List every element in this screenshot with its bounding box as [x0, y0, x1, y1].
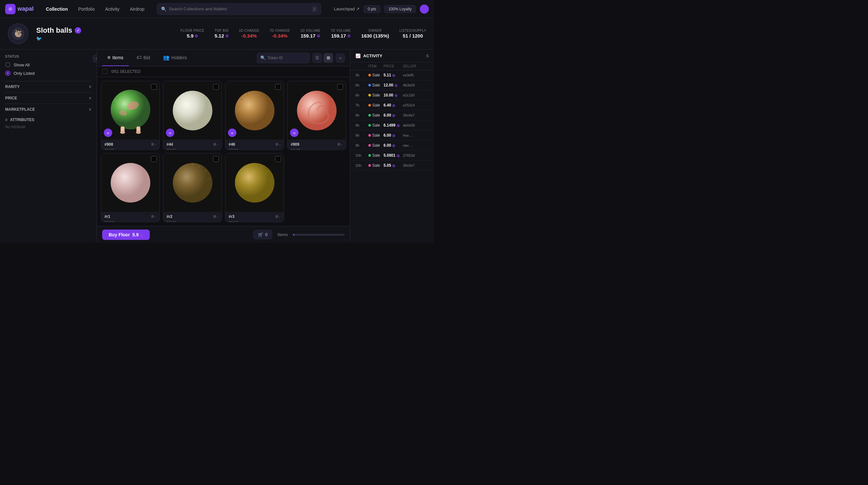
sidebar-collapse-button[interactable]: «	[93, 55, 97, 62]
stat-label-1dvol: 1D VOLUME	[300, 29, 320, 32]
activity-seller: 27653d	[403, 153, 429, 158]
item-checkbox-r3[interactable]	[275, 156, 281, 162]
activity-price: 10.00◎	[383, 93, 403, 97]
item-checkbox-r1[interactable]	[151, 156, 157, 162]
marketplace-icon-908: W	[104, 129, 112, 137]
item-card-46[interactable]: W #46 R - PRICE 8.70 ◎	[225, 81, 284, 150]
stat-7d-change: 7D CHANGE -0.34%	[270, 29, 290, 38]
activity-time: 9h	[355, 123, 368, 127]
item-card-r3[interactable]: #r3 R - PRICE 9.30 ◎ ···	[225, 153, 284, 222]
price-label: PRICE	[5, 96, 17, 101]
svg-text:W: W	[107, 132, 109, 135]
sol-icon-7dvol: ◎	[347, 34, 350, 38]
token-id-search[interactable]: 🔍	[257, 53, 310, 63]
activity-seller: 39c0e7	[403, 164, 429, 167]
stat-label-7dvol: 7D VOLUME	[331, 29, 351, 32]
avatar[interactable]	[420, 4, 429, 13]
nav-collection[interactable]: Collection	[41, 4, 72, 13]
nav-portfolio[interactable]: Portfolio	[74, 4, 99, 13]
main-content: ≡ Items 🏷 Bid 👥 Holders 🔍 ☰ ⊞ »	[97, 50, 350, 242]
stat-label-bid: TOP BID	[215, 29, 229, 32]
item-card-908[interactable]: W #908 R - PRICE 7.90 ◎	[101, 81, 160, 150]
activity-type: Sale	[368, 143, 383, 148]
cart-button[interactable]: 🛒 0	[253, 230, 272, 239]
bid-tab-icon: 🏷	[136, 55, 142, 61]
stat-1d-volume: 1D VOLUME 159.17 ◎	[300, 29, 320, 38]
svg-point-14	[120, 131, 125, 134]
status-radio-group: Show All Only Listed	[5, 62, 92, 76]
item-checkbox-909[interactable]	[337, 84, 343, 90]
item-top-row-46: #46 R -	[229, 142, 280, 147]
item-checkbox-44[interactable]	[213, 84, 219, 90]
token-id-input[interactable]	[268, 56, 306, 60]
item-rarity-r3: R -	[276, 215, 280, 219]
tab-items[interactable]: ≡ Items	[102, 50, 129, 66]
pts-badge[interactable]: 0 pts	[364, 5, 380, 13]
cart-count: 0	[265, 232, 268, 237]
col-header-time	[355, 64, 368, 68]
radio-show-all[interactable]: Show All	[5, 62, 92, 67]
activity-price: 5.11◎	[383, 73, 403, 77]
activity-price: 6.00◎	[383, 113, 403, 117]
item-info-44: #44 R - PRICE 8.70 ◎ ···	[163, 140, 221, 150]
item-card-44[interactable]: W #44 R - PRICE 8.70 ◎	[163, 81, 222, 150]
activity-header: 📈 ACTIVITY S	[350, 50, 434, 62]
expand-button[interactable]: »	[336, 53, 345, 62]
item-checkbox-908[interactable]	[151, 84, 157, 90]
stat-value-floor: 5.9 ◎	[187, 33, 198, 38]
select-all-checkbox[interactable]	[102, 69, 107, 74]
marketplace-filter[interactable]: MARKETPLACE ∨	[5, 104, 92, 115]
stat-top-bid: TOP BID 5.12 ◎	[215, 29, 229, 38]
launchpad-button[interactable]: Launchpad ↗	[334, 6, 360, 11]
loyalty-badge[interactable]: 100% Loyalty	[384, 5, 416, 13]
activity-row: 9h Sale 6.1499◎ de6d39	[350, 120, 434, 131]
tab-holders[interactable]: 👥 Holders	[158, 50, 192, 66]
price-filter[interactable]: PRICE ∨	[5, 92, 92, 104]
search-bar[interactable]: 🔍 /	[157, 3, 321, 15]
launchpad-label: Launchpad	[334, 6, 355, 11]
buy-floor-button[interactable]: Buy Floor 5.9 ◎	[102, 230, 150, 240]
activity-row: 10h Sale 5.05◎ 39c0e7	[350, 161, 434, 171]
no-attribute-text: No Attribute	[5, 125, 92, 129]
items-slider[interactable]	[293, 234, 345, 236]
logo[interactable]: wapal	[5, 4, 34, 14]
rarity-filter[interactable]: RARITY ∨	[5, 81, 92, 92]
cart-icon: 🛒	[258, 232, 263, 237]
twitter-icon[interactable]: 🐦	[36, 36, 81, 41]
item-id-908: #908	[104, 142, 113, 147]
activity-time: 9h	[355, 133, 368, 137]
external-link-icon: ↗	[356, 6, 360, 11]
nav-airdrop[interactable]: Airdrop	[125, 4, 149, 13]
nav-activity[interactable]: Activity	[100, 4, 124, 13]
svg-point-50	[111, 163, 150, 202]
item-checkbox-r2[interactable]	[213, 156, 219, 162]
activity-seller: 39c0e7	[403, 113, 429, 117]
activity-chart-icon: 📈	[355, 53, 361, 58]
item-card-r1[interactable]: #r1 R - PRICE 9.10 ◎ ···	[101, 153, 160, 222]
tab-bid[interactable]: 🏷 Bid	[131, 50, 155, 66]
list-view-button[interactable]: ☰	[312, 53, 322, 63]
status-label: STATUS	[5, 55, 92, 58]
item-card-909[interactable]: W #909 R - PRICE 8.90 ◎	[287, 81, 346, 150]
search-input[interactable]	[169, 6, 309, 11]
item-checkbox-46[interactable]	[275, 84, 281, 90]
stat-label-7d: 7D CHANGE	[270, 29, 290, 32]
activity-title: ACTIVITY	[363, 53, 382, 58]
stat-label-floor: FLOOR PRICE	[181, 29, 204, 32]
activity-expand-icon[interactable]: S	[426, 53, 429, 58]
activity-time: 7h	[355, 103, 368, 107]
radio-circle-only-listed	[5, 70, 10, 76]
activity-seller: de6d39	[403, 123, 429, 127]
activity-seller: 4b3d29	[403, 83, 429, 87]
stat-value-owner: 1630 (135%)	[361, 33, 389, 38]
activity-price: 5.05◎	[383, 163, 403, 168]
item-card-r2[interactable]: #r2 R - PRICE 9.20 ◎ ···	[163, 153, 222, 222]
svg-point-65	[235, 163, 274, 202]
item-img-909: W	[287, 81, 346, 140]
grid-view-button[interactable]: ⊞	[323, 53, 333, 63]
buy-floor-label: Buy Floor	[108, 232, 130, 237]
activity-row: 6h Sale 12.00◎ 4b3d29	[350, 80, 434, 90]
radio-only-listed[interactable]: Only Listed	[5, 70, 92, 76]
rarity-arrow-icon: ∨	[89, 85, 92, 89]
marketplace-icon-46: W	[228, 129, 237, 137]
